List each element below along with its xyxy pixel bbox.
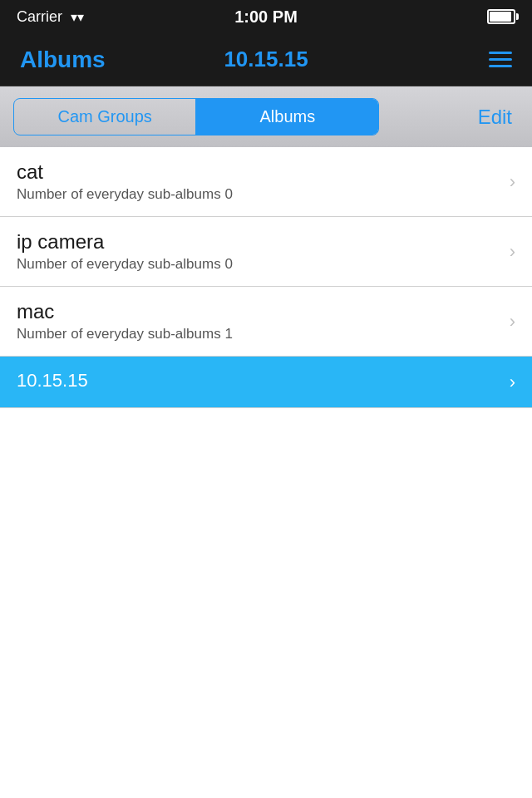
menu-line-1 xyxy=(489,52,512,54)
list-item[interactable]: catNumber of everyday sub-albums 0› xyxy=(0,147,532,217)
nav-bar: Albums 10.15.15 xyxy=(0,33,532,86)
list: catNumber of everyday sub-albums 0›ip ca… xyxy=(0,147,532,408)
edit-button[interactable]: Edit xyxy=(471,106,519,129)
segmented-control: Cam Groups Albums xyxy=(13,98,379,135)
nav-back-button[interactable]: Albums xyxy=(20,47,106,73)
list-item-content: macNumber of everyday sub-albums 1 xyxy=(17,300,500,342)
menu-line-2 xyxy=(489,58,512,61)
list-item-subtitle: Number of everyday sub-albums 1 xyxy=(17,326,500,342)
list-item-title: 10.15.15 xyxy=(17,370,500,392)
battery-fill xyxy=(490,12,511,22)
status-bar: Carrier ▾▾ 1:00 PM xyxy=(0,0,532,33)
chevron-right-icon: › xyxy=(510,311,515,332)
list-item-title: cat xyxy=(17,160,500,184)
list-item-content: ip cameraNumber of everyday sub-albums 0 xyxy=(17,230,500,273)
nav-title: 10.15.15 xyxy=(224,47,308,72)
wifi-icon: ▾▾ xyxy=(71,9,84,25)
segment-cam-groups[interactable]: Cam Groups xyxy=(14,99,195,135)
list-item[interactable]: macNumber of everyday sub-albums 1› xyxy=(0,287,532,357)
list-item[interactable]: ip cameraNumber of everyday sub-albums 0… xyxy=(0,217,532,287)
status-left: Carrier ▾▾ xyxy=(17,8,84,26)
list-item-title: ip camera xyxy=(17,230,500,254)
menu-icon[interactable] xyxy=(489,52,512,67)
chevron-right-icon: › xyxy=(510,372,515,393)
list-item-content: 10.15.15 xyxy=(17,370,500,394)
list-item-subtitle: Number of everyday sub-albums 0 xyxy=(17,186,500,203)
list-item-title: mac xyxy=(17,300,500,323)
segment-albums[interactable]: Albums xyxy=(197,99,378,135)
chevron-right-icon: › xyxy=(510,241,515,263)
list-item-subtitle: Number of everyday sub-albums 0 xyxy=(17,256,500,273)
segment-area: Cam Groups Albums Edit xyxy=(0,86,532,147)
list-item-content: catNumber of everyday sub-albums 0 xyxy=(17,160,500,203)
carrier-label: Carrier xyxy=(17,8,62,26)
battery-icon xyxy=(487,9,515,24)
status-time: 1:00 PM xyxy=(234,7,298,27)
list-item[interactable]: 10.15.15› xyxy=(0,357,532,408)
menu-line-3 xyxy=(489,65,512,67)
chevron-right-icon: › xyxy=(510,171,515,193)
